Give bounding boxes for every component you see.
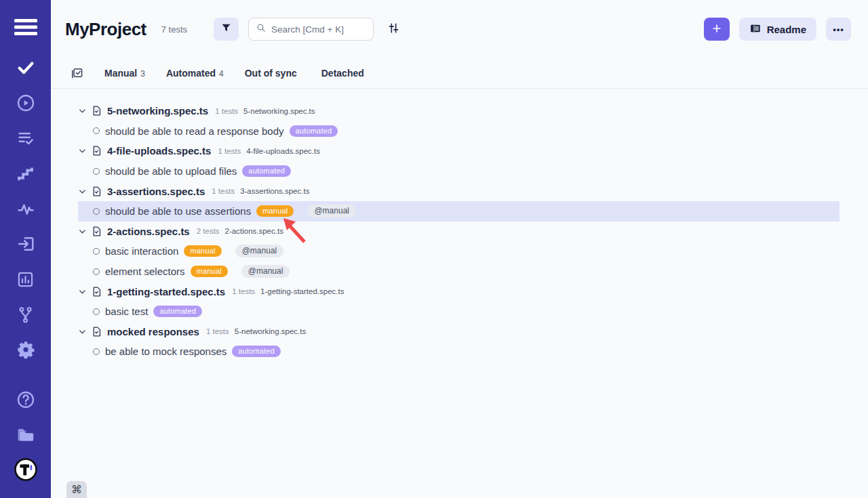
test-badge: manual	[256, 205, 294, 217]
sliders-icon	[387, 22, 400, 37]
more-button[interactable]: •••	[826, 18, 851, 41]
suite-row[interactable]: 2-actions.spec.ts 2 tests 2-actions.spec…	[51, 222, 868, 242]
test-tag: @manual	[235, 245, 284, 257]
test-status-icon	[93, 127, 100, 134]
suite-file-path: 2-actions.spec.ts	[225, 227, 283, 235]
test-title: should be able to use assertions	[105, 205, 251, 217]
suite-name: mocked responses	[107, 326, 199, 337]
cmd-key-hint: ⌘	[66, 481, 87, 498]
test-status-icon	[93, 168, 100, 175]
git-branch-icon[interactable]	[16, 304, 36, 325]
test-badge: automated	[232, 346, 281, 357]
suite-test-count: 1 tests	[232, 287, 255, 295]
test-title: basic test	[105, 306, 148, 317]
view-settings-button[interactable]	[384, 20, 402, 38]
test-row[interactable]: should be able to use assertions manual …	[78, 201, 840, 222]
test-row[interactable]: should be able to upload files automated	[51, 161, 868, 182]
test-title: element selectors	[105, 266, 185, 277]
list-check-icon[interactable]	[16, 128, 36, 148]
suite-row[interactable]: 4-file-uploads.spec.ts 1 tests 4-file-up…	[51, 141, 868, 161]
test-tag: @manual	[307, 205, 356, 217]
spec-file-icon	[91, 145, 102, 157]
test-status-icon	[93, 208, 100, 215]
test-badge: automated	[242, 165, 291, 177]
test-badge: manual	[191, 266, 228, 277]
menu-icon[interactable]	[13, 14, 39, 40]
chevron-down-icon[interactable]	[78, 106, 87, 115]
test-status-icon	[93, 348, 100, 355]
tab-out-of-sync[interactable]: Out of sync	[245, 68, 300, 79]
plus-icon	[711, 22, 723, 37]
suite-name: 2-actions.spec.ts	[107, 226, 190, 237]
tab-label: Automated	[166, 68, 216, 79]
help-icon[interactable]	[16, 390, 36, 410]
test-title: should be able to upload files	[105, 165, 237, 177]
funnel-icon	[220, 22, 232, 36]
chevron-down-icon[interactable]	[78, 227, 87, 236]
suite-name: 3-assertions.spec.ts	[107, 186, 205, 197]
suite-file-path: 1-getting-started.spec.ts	[260, 287, 344, 295]
test-badge: automated	[153, 306, 202, 317]
test-row[interactable]: be able to mock responses automated	[51, 341, 868, 362]
tabs-row: Manual 3 Automated 4 Out of sync Detache…	[51, 58, 868, 89]
steps-icon[interactable]	[16, 163, 36, 184]
readme-button[interactable]: Readme	[739, 18, 816, 41]
spec-file-icon	[91, 186, 102, 197]
tab-automated[interactable]: Automated 4	[166, 68, 224, 79]
suite-name: 4-file-uploads.spec.ts	[107, 145, 211, 157]
page-title: MyProject	[65, 19, 146, 40]
suite-file-path: 3-assertions.spec.ts	[240, 187, 309, 195]
test-row[interactable]: basic interaction manual @manual	[51, 241, 868, 262]
filter-button[interactable]	[214, 18, 239, 41]
add-button[interactable]	[704, 18, 730, 41]
tab-count: 3	[140, 69, 145, 79]
search-input[interactable]	[271, 24, 366, 35]
activity-icon[interactable]	[16, 199, 36, 219]
tab-detached[interactable]: Detached	[321, 68, 368, 79]
spec-file-icon	[91, 286, 102, 297]
search-icon	[256, 22, 267, 36]
test-badge: manual	[184, 245, 221, 257]
tab-manual[interactable]: Manual 3	[104, 68, 145, 79]
chevron-down-icon[interactable]	[78, 327, 87, 336]
test-title: should be able to read a response body	[105, 125, 284, 137]
tab-count: 4	[219, 69, 224, 79]
suite-name: 1-getting-started.spec.ts	[107, 286, 225, 297]
chevron-down-icon[interactable]	[78, 287, 87, 296]
files-folder-icon[interactable]	[16, 425, 36, 445]
chevron-down-icon[interactable]	[78, 187, 87, 196]
bar-chart-icon[interactable]	[16, 269, 36, 289]
select-all-icon[interactable]	[71, 67, 83, 80]
test-row[interactable]: basic test automated	[51, 302, 868, 322]
tab-label: Detached	[321, 68, 364, 79]
test-row[interactable]: should be able to read a response body a…	[51, 121, 868, 142]
play-circle-icon[interactable]	[16, 93, 36, 113]
spec-file-icon	[91, 105, 102, 117]
spec-file-icon	[91, 326, 102, 337]
testomat-logo[interactable]	[14, 457, 38, 482]
sidebar	[0, 0, 51, 498]
suite-test-count: 1 tests	[212, 187, 235, 195]
suite-test-count: 1 tests	[206, 327, 229, 335]
suite-file-path: 4-file-uploads.spec.ts	[246, 147, 320, 155]
test-badge: automated	[290, 125, 338, 137]
book-icon	[749, 22, 762, 37]
settings-gear-icon[interactable]	[16, 339, 36, 360]
suite-row[interactable]: 1-getting-started.spec.ts 1 tests 1-gett…	[51, 281, 868, 302]
check-icon[interactable]	[16, 58, 36, 78]
suite-name: 5-networking.spec.ts	[107, 105, 208, 117]
suite-test-count: 1 tests	[218, 147, 241, 155]
header: MyProject 7 tests	[51, 0, 868, 58]
suite-row[interactable]: 5-networking.spec.ts 1 tests 5-networkin…	[51, 101, 868, 121]
search-box[interactable]	[248, 18, 374, 41]
chevron-down-icon[interactable]	[78, 146, 87, 155]
test-status-icon	[93, 268, 100, 275]
suite-row[interactable]: mocked responses 1 tests 5-networking.sp…	[51, 322, 868, 342]
readme-label: Readme	[767, 24, 806, 35]
test-tag: @manual	[241, 265, 290, 278]
test-row[interactable]: element selectors manual @manual	[51, 262, 868, 282]
import-icon[interactable]	[16, 234, 36, 254]
suite-row[interactable]: 3-assertions.spec.ts 1 tests 3-assertion…	[51, 181, 868, 201]
tab-label: Manual	[104, 68, 137, 79]
suite-file-path: 5-networking.spec.ts	[235, 327, 306, 335]
